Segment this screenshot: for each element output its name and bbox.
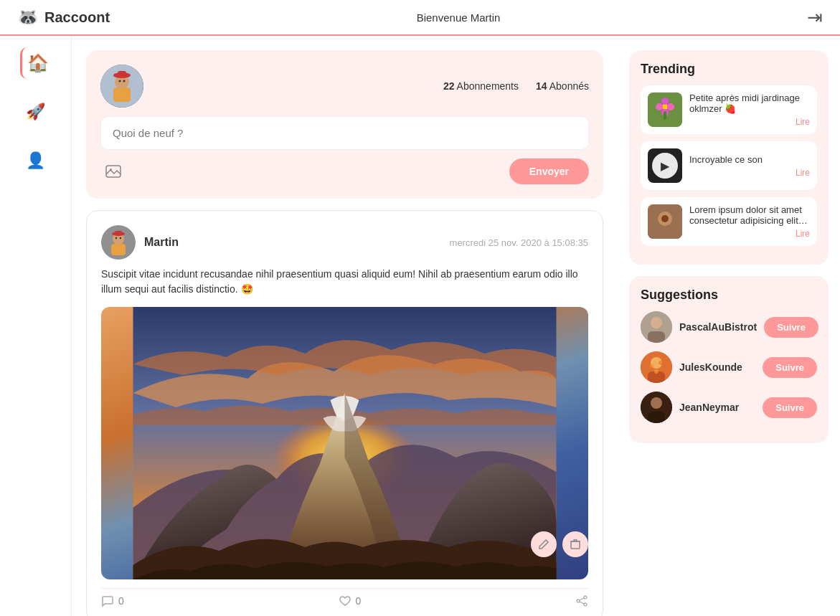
trending-content-1: Petite après midi jardinage oklmzer 🍓 Li…: [689, 93, 810, 127]
composer-input[interactable]: [100, 116, 589, 150]
sidebar-item-profile[interactable]: 👤: [20, 145, 52, 176]
svg-rect-4: [118, 71, 126, 76]
edit-button[interactable]: [531, 531, 557, 557]
post-image: [101, 307, 588, 579]
suggestion-avatar-jean: [641, 392, 672, 423]
trending-read-2[interactable]: Lire: [689, 168, 810, 178]
composer-stats: 22 Abonnements 14 Abonnés: [443, 80, 589, 92]
explore-icon: 🚀: [26, 103, 45, 121]
svg-rect-18: [571, 541, 580, 549]
likes-count: 0: [356, 595, 362, 607]
suggestion-avatar-pascal: [641, 311, 672, 343]
likes-button[interactable]: 0: [339, 594, 362, 607]
comments-button[interactable]: 0: [101, 594, 124, 607]
svg-point-14: [115, 237, 117, 239]
post-header: Martin mercredi 25 nov. 2020 à 15:08:35: [101, 225, 588, 260]
post-body: Suscipit vitae incidunt recusandae nihil…: [101, 267, 588, 297]
composer-avatar: [100, 65, 143, 108]
trending-text-1: Petite après midi jardinage oklmzer 🍓: [689, 93, 810, 114]
suggestion-name-jean: JeanNeymar: [679, 402, 755, 413]
trending-text-3: Lorem ipsum dolor sit amet consectetur a…: [689, 204, 810, 226]
post-date: mercredi 25 nov. 2020 à 15:08:35: [450, 237, 588, 248]
delete-button[interactable]: [562, 531, 588, 557]
follow-button-jules[interactable]: Suivre: [763, 357, 817, 378]
profile-icon: 👤: [26, 151, 45, 170]
suggestion-avatar-jules: [641, 351, 672, 383]
suggestions-title: Suggestions: [641, 288, 817, 303]
trending-content-2: Incroyable ce son Lire: [689, 154, 810, 178]
play-icon: ▶: [652, 153, 678, 179]
brand-name: Raccoont: [44, 9, 110, 26]
composer-footer: Envoyer: [100, 158, 589, 184]
home-icon: 🏠: [27, 53, 49, 73]
suggestion-item-jean: JeanNeymar Suivre: [641, 392, 817, 423]
post-card: Martin mercredi 25 nov. 2020 à 15:08:35 …: [86, 210, 603, 616]
suggestion-item-pascal: PascalAuBistrot Suivre: [641, 311, 817, 343]
image-upload-button[interactable]: [100, 158, 126, 184]
suggestion-name-jules: JulesKounde: [679, 361, 755, 373]
share-button[interactable]: [575, 594, 588, 607]
navbar: 🦝 Raccoont Bienvenue Martin ⇥: [0, 0, 840, 36]
svg-point-26: [667, 103, 674, 110]
svg-point-20: [577, 600, 580, 602]
svg-point-24: [662, 104, 668, 110]
send-button[interactable]: Envoyer: [509, 158, 589, 184]
svg-point-40: [659, 361, 663, 365]
svg-point-15: [120, 237, 121, 239]
svg-point-39: [650, 364, 654, 368]
svg-rect-1: [113, 87, 131, 102]
trending-read-3[interactable]: Lire: [689, 229, 810, 239]
composer-card: 22 Abonnements 14 Abonnés: [86, 50, 603, 199]
abonnements-count: 22: [443, 80, 455, 92]
brand: 🦝 Raccoont: [17, 7, 110, 27]
stat-abonnements: 22 Abonnements: [443, 80, 519, 92]
trending-title: Trending: [641, 62, 817, 77]
follow-button-jean[interactable]: Suivre: [763, 397, 817, 418]
logout-button[interactable]: ⇥: [807, 6, 823, 29]
svg-rect-44: [648, 412, 665, 423]
post-username: Martin: [144, 236, 179, 249]
raccoon-icon: 🦝: [17, 7, 39, 27]
abonnements-label: Abonnements: [457, 80, 519, 92]
trending-content-3: Lorem ipsum dolor sit amet consectetur a…: [689, 204, 810, 239]
comments-count: 0: [118, 595, 124, 607]
suggestion-item-jules: JulesKounde Suivre: [641, 351, 817, 383]
suggestions-section: Suggestions PascalAuBistrot Suivre: [629, 276, 829, 443]
trending-item-2: ▶ Incroyable ce son Lire: [641, 141, 817, 190]
abonnes-label: Abonnés: [549, 80, 589, 92]
post-author: Martin: [101, 225, 179, 260]
svg-point-41: [654, 369, 659, 374]
svg-point-32: [661, 215, 669, 222]
svg-rect-35: [648, 331, 665, 343]
trending-thumb-1: [648, 93, 682, 127]
sidebar: 🏠 🚀 👤: [0, 36, 72, 616]
post-footer: 0 0: [101, 588, 588, 607]
welcome-text: Bienvenue Martin: [417, 11, 501, 24]
trending-item-1: Petite après midi jardinage oklmzer 🍓 Li…: [641, 85, 817, 134]
suggestion-name-pascal: PascalAuBistrot: [679, 321, 757, 333]
svg-rect-10: [111, 244, 126, 255]
composer-profile-bar: 22 Abonnements 14 Abonnés: [100, 65, 589, 108]
svg-point-21: [584, 603, 587, 606]
svg-point-27: [661, 98, 669, 105]
svg-rect-13: [115, 231, 122, 234]
post-avatar: [101, 225, 136, 260]
trending-read-1[interactable]: Lire: [689, 117, 810, 127]
trending-section: Trending Petite après: [629, 50, 829, 265]
svg-point-25: [656, 103, 663, 110]
svg-point-43: [651, 397, 662, 409]
layout: 🏠 🚀 👤: [0, 36, 840, 616]
trending-thumb-3: [648, 204, 682, 239]
stat-abonnes: 14 Abonnés: [536, 80, 589, 92]
right-panel: Trending Petite après: [618, 36, 840, 616]
trending-item-3: Lorem ipsum dolor sit amet consectetur a…: [641, 197, 817, 246]
main-feed: 22 Abonnements 14 Abonnés: [72, 36, 618, 616]
svg-point-19: [584, 596, 587, 599]
trending-text-2: Incroyable ce son: [689, 154, 810, 165]
svg-point-6: [123, 80, 126, 82]
trending-thumb-2: ▶: [648, 148, 682, 183]
sidebar-item-home[interactable]: 🏠: [20, 47, 52, 79]
sidebar-item-explore[interactable]: 🚀: [20, 96, 52, 128]
svg-point-5: [119, 80, 121, 82]
follow-button-pascal[interactable]: Suivre: [764, 317, 818, 338]
